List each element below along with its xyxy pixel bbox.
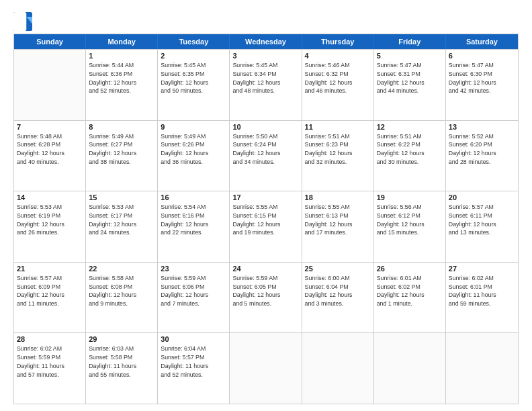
day-number: 11 — [305, 123, 371, 131]
cal-cell: 7Sunrise: 5:48 AM Sunset: 6:28 PM Daylig… — [14, 121, 86, 191]
day-info: Sunrise: 5:59 AM Sunset: 6:05 PM Dayligh… — [232, 274, 298, 308]
day-number: 16 — [161, 193, 226, 201]
day-number: 12 — [377, 123, 443, 131]
day-number: 23 — [161, 265, 226, 273]
day-info: Sunrise: 5:52 AM Sunset: 6:20 PM Dayligh… — [449, 132, 515, 167]
day-number: 21 — [17, 265, 83, 273]
day-number: 1 — [89, 52, 154, 60]
cal-cell: 11Sunrise: 5:51 AM Sunset: 6:23 PM Dayli… — [302, 121, 374, 191]
day-number: 10 — [232, 123, 298, 131]
day-number: 30 — [161, 335, 226, 343]
day-info: Sunrise: 5:51 AM Sunset: 6:22 PM Dayligh… — [377, 132, 443, 167]
cal-cell: 21Sunrise: 5:57 AM Sunset: 6:09 PM Dayli… — [14, 263, 86, 333]
page: SundayMondayTuesdayWednesdayThursdayFrid… — [0, 0, 532, 411]
day-number: 9 — [161, 123, 226, 131]
day-info: Sunrise: 5:59 AM Sunset: 6:06 PM Dayligh… — [161, 274, 226, 308]
cal-cell: 15Sunrise: 5:53 AM Sunset: 6:17 PM Dayli… — [86, 191, 158, 262]
calendar: SundayMondayTuesdayWednesdayThursdayFrid… — [13, 34, 519, 404]
logo — [13, 12, 35, 31]
day-number: 5 — [377, 52, 443, 60]
week-5: 28Sunrise: 6:02 AM Sunset: 5:59 PM Dayli… — [14, 332, 518, 404]
day-info: Sunrise: 5:57 AM Sunset: 6:11 PM Dayligh… — [449, 203, 515, 237]
week-4: 21Sunrise: 5:57 AM Sunset: 6:09 PM Dayli… — [14, 262, 518, 333]
day-number: 22 — [89, 265, 154, 273]
cal-cell: 14Sunrise: 5:53 AM Sunset: 6:19 PM Dayli… — [14, 191, 86, 262]
cal-cell: 10Sunrise: 5:50 AM Sunset: 6:24 PM Dayli… — [230, 121, 302, 191]
day-info: Sunrise: 5:51 AM Sunset: 6:23 PM Dayligh… — [305, 132, 371, 167]
day-info: Sunrise: 6:04 AM Sunset: 5:57 PM Dayligh… — [161, 345, 226, 379]
header — [13, 12, 519, 31]
day-number: 26 — [377, 265, 443, 273]
cal-cell: 3Sunrise: 5:45 AM Sunset: 6:34 PM Daylig… — [230, 50, 302, 120]
day-number: 2 — [161, 52, 226, 60]
day-info: Sunrise: 5:47 AM Sunset: 6:30 PM Dayligh… — [449, 61, 515, 95]
header-day-monday: Monday — [86, 34, 158, 49]
day-info: Sunrise: 5:49 AM Sunset: 6:26 PM Dayligh… — [161, 132, 226, 167]
day-info: Sunrise: 5:55 AM Sunset: 6:15 PM Dayligh… — [232, 203, 298, 237]
day-number: 28 — [17, 335, 83, 343]
cal-cell: 26Sunrise: 6:01 AM Sunset: 6:02 PM Dayli… — [374, 263, 446, 333]
header-day-sunday: Sunday — [14, 34, 86, 49]
week-3: 14Sunrise: 5:53 AM Sunset: 6:19 PM Dayli… — [14, 191, 518, 262]
logo-icon — [13, 12, 32, 31]
day-info: Sunrise: 5:53 AM Sunset: 6:17 PM Dayligh… — [89, 203, 154, 237]
cal-cell: 16Sunrise: 5:54 AM Sunset: 6:16 PM Dayli… — [158, 191, 230, 262]
cal-cell: 12Sunrise: 5:51 AM Sunset: 6:22 PM Dayli… — [374, 121, 446, 191]
cal-cell: 5Sunrise: 5:47 AM Sunset: 6:31 PM Daylig… — [374, 50, 446, 120]
day-number: 24 — [232, 265, 298, 273]
day-info: Sunrise: 5:48 AM Sunset: 6:28 PM Dayligh… — [17, 132, 83, 167]
cal-cell: 9Sunrise: 5:49 AM Sunset: 6:26 PM Daylig… — [158, 121, 230, 191]
svg-rect-2 — [13, 12, 26, 31]
day-info: Sunrise: 5:54 AM Sunset: 6:16 PM Dayligh… — [161, 203, 226, 237]
day-number: 3 — [232, 52, 298, 60]
cal-cell: 2Sunrise: 5:45 AM Sunset: 6:35 PM Daylig… — [158, 50, 230, 120]
cal-cell — [446, 333, 518, 404]
cal-cell: 23Sunrise: 5:59 AM Sunset: 6:06 PM Dayli… — [158, 263, 230, 333]
header-day-thursday: Thursday — [302, 34, 374, 49]
calendar-header: SundayMondayTuesdayWednesdayThursdayFrid… — [14, 34, 518, 49]
day-info: Sunrise: 5:55 AM Sunset: 6:13 PM Dayligh… — [305, 203, 371, 237]
day-number: 27 — [449, 265, 515, 273]
header-day-wednesday: Wednesday — [230, 34, 302, 49]
day-info: Sunrise: 5:58 AM Sunset: 6:08 PM Dayligh… — [89, 274, 154, 308]
day-number: 8 — [89, 123, 154, 131]
cal-cell — [230, 333, 302, 404]
cal-cell: 29Sunrise: 6:03 AM Sunset: 5:58 PM Dayli… — [86, 333, 158, 404]
cal-cell: 25Sunrise: 6:00 AM Sunset: 6:04 PM Dayli… — [302, 263, 374, 333]
cal-cell: 27Sunrise: 6:02 AM Sunset: 6:01 PM Dayli… — [446, 263, 518, 333]
header-day-friday: Friday — [374, 34, 446, 49]
day-info: Sunrise: 6:01 AM Sunset: 6:02 PM Dayligh… — [377, 274, 443, 308]
day-number: 17 — [232, 193, 298, 201]
day-number: 15 — [89, 193, 154, 201]
cal-cell: 8Sunrise: 5:49 AM Sunset: 6:27 PM Daylig… — [86, 121, 158, 191]
day-info: Sunrise: 5:53 AM Sunset: 6:19 PM Dayligh… — [17, 203, 83, 237]
day-info: Sunrise: 5:44 AM Sunset: 6:36 PM Dayligh… — [89, 61, 154, 95]
header-day-saturday: Saturday — [446, 34, 518, 49]
day-number: 7 — [17, 123, 83, 131]
day-info: Sunrise: 5:46 AM Sunset: 6:32 PM Dayligh… — [305, 61, 371, 95]
day-number: 6 — [449, 52, 515, 60]
calendar-body: 1Sunrise: 5:44 AM Sunset: 6:36 PM Daylig… — [14, 49, 518, 404]
cal-cell — [14, 50, 86, 120]
day-number: 13 — [449, 123, 515, 131]
day-number: 29 — [89, 335, 154, 343]
week-1: 1Sunrise: 5:44 AM Sunset: 6:36 PM Daylig… — [14, 49, 518, 120]
day-info: Sunrise: 6:00 AM Sunset: 6:04 PM Dayligh… — [305, 274, 371, 308]
day-info: Sunrise: 5:50 AM Sunset: 6:24 PM Dayligh… — [232, 132, 298, 167]
cal-cell: 30Sunrise: 6:04 AM Sunset: 5:57 PM Dayli… — [158, 333, 230, 404]
cal-cell: 1Sunrise: 5:44 AM Sunset: 6:36 PM Daylig… — [86, 50, 158, 120]
cal-cell: 22Sunrise: 5:58 AM Sunset: 6:08 PM Dayli… — [86, 263, 158, 333]
cal-cell — [302, 333, 374, 404]
day-number: 25 — [305, 265, 371, 273]
day-number: 14 — [17, 193, 83, 201]
day-info: Sunrise: 6:02 AM Sunset: 6:01 PM Dayligh… — [449, 274, 515, 308]
cal-cell: 4Sunrise: 5:46 AM Sunset: 6:32 PM Daylig… — [302, 50, 374, 120]
header-day-tuesday: Tuesday — [158, 34, 230, 49]
cal-cell: 13Sunrise: 5:52 AM Sunset: 6:20 PM Dayli… — [446, 121, 518, 191]
week-2: 7Sunrise: 5:48 AM Sunset: 6:28 PM Daylig… — [14, 120, 518, 191]
day-info: Sunrise: 6:02 AM Sunset: 5:59 PM Dayligh… — [17, 345, 83, 379]
day-info: Sunrise: 5:45 AM Sunset: 6:34 PM Dayligh… — [232, 61, 298, 95]
day-info: Sunrise: 5:45 AM Sunset: 6:35 PM Dayligh… — [161, 61, 226, 95]
day-number: 19 — [377, 193, 443, 201]
day-info: Sunrise: 5:57 AM Sunset: 6:09 PM Dayligh… — [17, 274, 83, 308]
